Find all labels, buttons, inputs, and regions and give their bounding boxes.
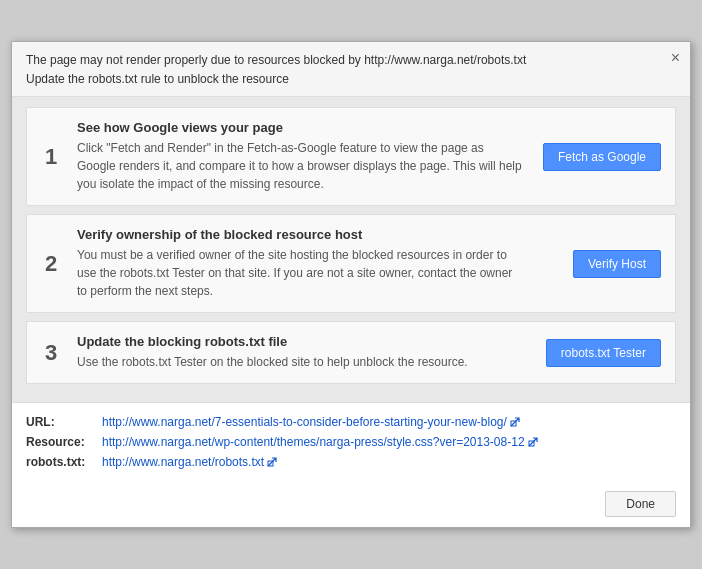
resource-label: Resource: — [26, 435, 96, 449]
fetch-google-button[interactable]: Fetch as Google — [543, 143, 661, 171]
done-button[interactable]: Done — [605, 491, 676, 517]
step-3-number: 3 — [41, 340, 61, 366]
robots-external-icon — [267, 457, 277, 467]
step-1-action: Fetch as Google — [541, 143, 661, 171]
dialog-body: 1 See how Google views your page Click "… — [12, 97, 690, 402]
header-subtitle: Update the robots.txt rule to unblock th… — [26, 72, 654, 86]
step-3-desc: Use the robots.txt Tester on the blocked… — [77, 353, 525, 371]
robots-label: robots.txt: — [26, 455, 96, 469]
step-2-desc: You must be a verified owner of the site… — [77, 246, 525, 300]
step-3-content: Update the blocking robots.txt file Use … — [77, 334, 525, 371]
url-row: URL: http://www.narga.net/7-essentials-t… — [26, 415, 676, 429]
step-3-action: robots.txt Tester — [541, 339, 661, 367]
step-1-content: See how Google views your page Click "Fe… — [77, 120, 525, 193]
main-dialog: The page may not render properly due to … — [11, 41, 691, 529]
header-title: The page may not render properly due to … — [26, 52, 654, 69]
step-1-title: See how Google views your page — [77, 120, 525, 135]
robots-tester-button[interactable]: robots.txt Tester — [546, 339, 661, 367]
url-label: URL: — [26, 415, 96, 429]
step-2-action: Verify Host — [541, 250, 661, 278]
url-link[interactable]: http://www.narga.net/7-essentials-to-con… — [102, 415, 507, 429]
dialog-header: The page may not render properly due to … — [12, 42, 690, 98]
close-button[interactable]: × — [671, 50, 680, 66]
url-external-icon — [510, 417, 520, 427]
step-1-number: 1 — [41, 144, 61, 170]
step-2-card: 2 Verify ownership of the blocked resour… — [26, 214, 676, 313]
step-2-number: 2 — [41, 251, 61, 277]
step-3-title: Update the blocking robots.txt file — [77, 334, 525, 349]
step-2-content: Verify ownership of the blocked resource… — [77, 227, 525, 300]
resource-link[interactable]: http://www.narga.net/wp-content/themes/n… — [102, 435, 525, 449]
robots-link[interactable]: http://www.narga.net/robots.txt — [102, 455, 264, 469]
resource-row: Resource: http://www.narga.net/wp-conten… — [26, 435, 676, 449]
dialog-bottom: Done — [12, 483, 690, 527]
step-2-title: Verify ownership of the blocked resource… — [77, 227, 525, 242]
robots-row: robots.txt: http://www.narga.net/robots.… — [26, 455, 676, 469]
footer-links: URL: http://www.narga.net/7-essentials-t… — [12, 402, 690, 483]
step-1-desc: Click "Fetch and Render" in the Fetch-as… — [77, 139, 525, 193]
step-1-card: 1 See how Google views your page Click "… — [26, 107, 676, 206]
step-3-card: 3 Update the blocking robots.txt file Us… — [26, 321, 676, 384]
verify-host-button[interactable]: Verify Host — [573, 250, 661, 278]
resource-external-icon — [528, 437, 538, 447]
